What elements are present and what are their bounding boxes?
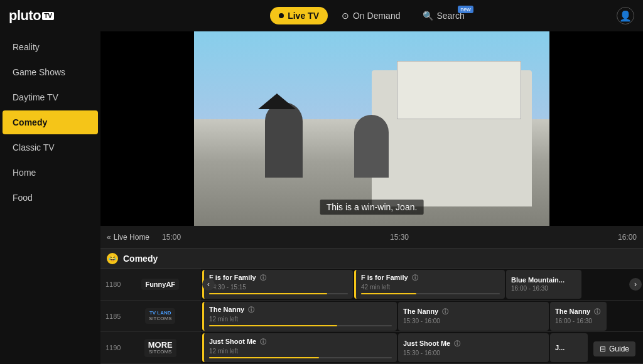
program-progress-fill (209, 293, 327, 294)
channel-info-1190: 1190 MORE SITCOMS (100, 332, 201, 363)
program-time: 15:30 - 16:00 (403, 318, 544, 324)
scroll-left-1180[interactable]: ‹ (202, 278, 215, 291)
program-1185-3[interactable]: The Nanny ⓘ 16:00 - 16:30 (550, 302, 607, 331)
back-to-live-home[interactable]: « Live Home (107, 233, 149, 242)
info-icon: ⓘ (260, 274, 266, 281)
guide-icon: ⊟ (600, 345, 606, 353)
funnyaf-logo: FunnyAF (141, 279, 179, 290)
channel-1190-programs: Just Shoot Me ⓘ 12 min left Just Shoot M… (201, 332, 643, 363)
program-time: 14:30 - 15:15 (209, 284, 348, 291)
channel-1180-programs: ‹ F is for Family ⓘ 14:30 - 15:15 F is f… (201, 269, 643, 300)
time-mark-1530: 15:30 (390, 233, 409, 242)
program-1190-2[interactable]: Just Shoot Me ⓘ 15:30 - 16:00 (398, 333, 549, 362)
channels-list: 1180 FunnyAF ‹ F is for Family ⓘ 14:30 -… (100, 269, 643, 364)
category-icon: 😂 (107, 253, 118, 264)
program-progress-bar (361, 293, 500, 294)
program-time: 16:00 - 16:30 (511, 285, 576, 292)
tvland-logo: TV LAND SITCOMS (145, 308, 175, 324)
time-marks: 15:00 15:30 16:00 (162, 233, 643, 242)
on-demand-button[interactable]: ⊙ On Demand (333, 7, 409, 24)
program-title: Just Shoot Me ⓘ (403, 340, 544, 348)
channel-number-1180: 1180 (105, 281, 121, 288)
profile-icon[interactable]: 👤 (617, 7, 634, 24)
guide-button[interactable]: ⊟ Guide (593, 341, 635, 356)
channel-logo-1185[interactable]: TV LAND SITCOMS (124, 308, 196, 324)
program-1180-2[interactable]: F is for Family ⓘ 42 min left (354, 270, 505, 299)
time-mark-1500: 15:00 (162, 233, 181, 242)
channel-number-1190: 1190 (105, 344, 121, 351)
channel-logo-1180[interactable]: FunnyAF (124, 279, 196, 290)
program-progress-fill (209, 357, 319, 358)
sidebar-item-classic-tv[interactable]: Classic TV (3, 136, 98, 159)
logo-tv-badge: TV (42, 12, 54, 20)
program-title: Just Shoot Me ⓘ (209, 338, 392, 346)
program-progress-fill (209, 325, 337, 326)
channel-row-1180: 1180 FunnyAF ‹ F is for Family ⓘ 14:30 -… (100, 269, 643, 301)
live-tv-button[interactable]: Live TV (270, 7, 328, 24)
timeline-header: « Live Home 15:00 15:30 16:00 (100, 226, 643, 249)
search-button[interactable]: 🔍 Search new (414, 7, 473, 24)
program-time: 15:30 - 16:00 (403, 350, 544, 356)
sidebar-item-daytime-tv[interactable]: Daytime TV (3, 85, 98, 109)
program-progress-fill (361, 293, 416, 294)
channel-info-1180: 1180 FunnyAF (100, 269, 201, 300)
info-icon: ⓘ (454, 340, 460, 347)
program-title: F is for Family ⓘ (209, 274, 348, 282)
program-time: 16:00 - 16:30 (555, 318, 602, 324)
sidebar-item-game-shows[interactable]: Game Shows (3, 60, 98, 84)
program-title: The Nanny ⓘ (209, 306, 392, 314)
scroll-right-1180[interactable]: › (629, 278, 642, 291)
category-name: Comedy (123, 254, 158, 264)
channel-row-1190: 1190 MORE SITCOMS Just Shoot Me ⓘ 12 min… (100, 332, 643, 364)
channel-logo-1190[interactable]: MORE SITCOMS (124, 339, 196, 357)
program-1185-1[interactable]: The Nanny ⓘ 12 min left (202, 302, 397, 331)
program-progress-bar (209, 357, 392, 358)
time-mark-1600: 16:00 (618, 233, 637, 242)
program-title: Blue Mountain... (511, 276, 576, 284)
program-title: J... (555, 344, 583, 351)
live-dot (279, 13, 284, 18)
sidebar-item-home[interactable]: Home (3, 161, 98, 185)
program-1180-3[interactable]: Blue Mountain... 16:00 - 16:30 (506, 270, 581, 299)
info-icon: ⓘ (248, 306, 254, 313)
top-navigation: Live TV ⊙ On Demand 🔍 Search new 👤 (100, 0, 643, 31)
program-title: The Nanny ⓘ (403, 308, 544, 316)
video-area: This is a win-win, Joan. (100, 31, 643, 226)
profile-avatar-icon: 👤 (619, 10, 632, 22)
video-scene (194, 31, 549, 226)
more-sitcoms-logo: MORE SITCOMS (144, 339, 176, 357)
program-time: 12 min left (209, 348, 392, 355)
info-icon: ⓘ (260, 338, 266, 345)
new-badge: new (458, 6, 473, 13)
sidebar-item-comedy[interactable]: Comedy (3, 110, 98, 134)
video-player[interactable]: This is a win-win, Joan. (194, 31, 549, 226)
info-icon: ⓘ (594, 308, 600, 315)
sidebar-item-food[interactable]: Food (3, 186, 98, 210)
program-progress-bar (209, 293, 348, 294)
search-icon: 🔍 (423, 11, 433, 21)
program-time: 42 min left (361, 284, 500, 291)
program-progress-bar (209, 325, 392, 326)
info-icon: ⓘ (412, 274, 418, 281)
sidebar-item-reality[interactable]: Reality (3, 35, 98, 59)
program-title: The Nanny ⓘ (555, 308, 602, 316)
program-1190-1[interactable]: Just Shoot Me ⓘ 12 min left (202, 333, 397, 362)
logo: pluto TV (0, 0, 100, 31)
channel-info-1185: 1185 TV LAND SITCOMS (100, 301, 201, 332)
channel-row-1185: 1185 TV LAND SITCOMS The Nanny ⓘ 12 min … (100, 301, 643, 333)
program-1180-1[interactable]: F is for Family ⓘ 14:30 - 15:15 (202, 270, 353, 299)
program-1190-3[interactable]: J... (550, 333, 588, 362)
category-row: 😂 Comedy (100, 249, 643, 269)
channel-number-1185: 1185 (105, 313, 121, 320)
video-subtitle: This is a win-win, Joan. (320, 200, 424, 215)
program-title: F is for Family ⓘ (361, 274, 500, 282)
info-icon: ⓘ (442, 308, 448, 315)
back-arrow-icon: « (107, 233, 111, 242)
logo-text: pluto (9, 8, 41, 24)
on-demand-icon: ⊙ (342, 11, 349, 21)
program-time: 12 min left (209, 316, 392, 323)
guide-area: « Live Home 15:00 15:30 16:00 😂 Comedy 1… (100, 226, 643, 364)
program-1185-2[interactable]: The Nanny ⓘ 15:30 - 16:00 (398, 302, 549, 331)
channel-1185-programs: The Nanny ⓘ 12 min left The Nanny ⓘ 15:3… (201, 301, 643, 332)
